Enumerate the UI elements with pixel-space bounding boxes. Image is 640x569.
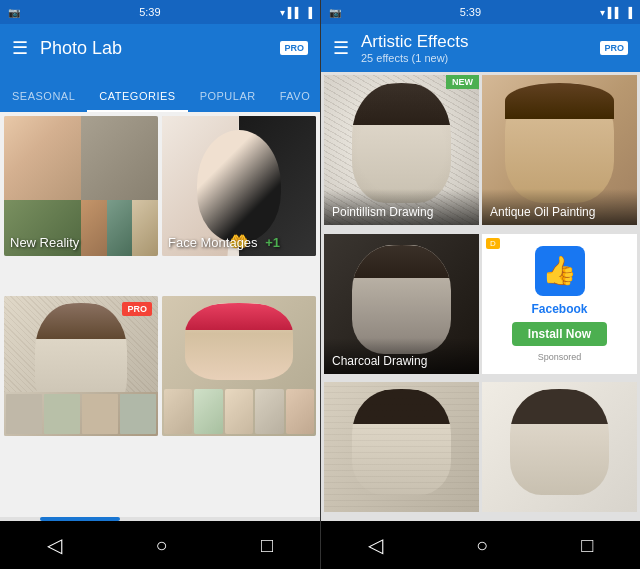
pro-badge[interactable]: PRO bbox=[280, 41, 308, 55]
antique-oil-effect[interactable]: Antique Oil Painting bbox=[482, 75, 637, 225]
right-pro-badge[interactable]: PRO bbox=[600, 41, 628, 55]
bottom-right-effect[interactable] bbox=[482, 382, 637, 512]
right-right-icons: ▾ ▌▌ ▐ bbox=[600, 7, 632, 18]
fb-name: Facebook bbox=[531, 302, 587, 316]
right-back-button[interactable]: ◁ bbox=[360, 525, 391, 565]
left-status-bar: 📷 5:39 ▾ ▌▌ ▐ bbox=[0, 0, 320, 24]
tab-popular[interactable]: POPULAR bbox=[188, 82, 268, 112]
battery-icon: ▐ bbox=[305, 7, 312, 18]
charcoal-effect[interactable]: Charcoal Drawing bbox=[324, 234, 479, 374]
tab-categories[interactable]: CATEGORIES bbox=[87, 82, 187, 112]
back-button[interactable]: ◁ bbox=[39, 525, 70, 565]
pro-badge-item: PRO bbox=[122, 302, 152, 316]
tab-favorites[interactable]: FAVO bbox=[268, 82, 323, 112]
tab-seasonal[interactable]: SEASONAL bbox=[0, 82, 87, 112]
right-app-subtitle: 25 effects (1 new) bbox=[361, 52, 588, 64]
right-phone-panel: 📷 5:39 ▾ ▌▌ ▐ ☰ Artistic Effects 25 effe… bbox=[320, 0, 640, 569]
bottom-left-effect[interactable] bbox=[324, 382, 479, 512]
fb-install-button[interactable]: Install Now bbox=[512, 322, 607, 346]
right-wifi-icon: ▾ bbox=[600, 7, 605, 18]
left-nav-bar: ◁ ○ □ bbox=[0, 521, 320, 569]
right-time: 5:39 bbox=[460, 6, 481, 18]
pointillism-effect[interactable]: NEW Pointillism Drawing bbox=[324, 75, 479, 225]
fb-thumb-icon: 👍 bbox=[535, 246, 585, 296]
right-home-button[interactable]: ○ bbox=[468, 526, 496, 565]
tabs-bar: SEASONAL CATEGORIES POPULAR FAVO bbox=[0, 72, 320, 112]
new-reality-item[interactable]: New Reality bbox=[4, 116, 158, 256]
charcoal-label: Charcoal Drawing bbox=[324, 338, 479, 374]
right-app-bar-content: Artistic Effects 25 effects (1 new) bbox=[361, 32, 588, 64]
new-badge: NEW bbox=[446, 75, 479, 89]
fb-sponsored: Sponsored bbox=[538, 352, 582, 362]
right-signal-icon: ▌▌ bbox=[608, 7, 622, 18]
wifi-icon: ▾ bbox=[280, 7, 285, 18]
right-left-icons: 📷 bbox=[329, 7, 341, 18]
left-app-bar: ☰ Photo Lab PRO bbox=[0, 24, 320, 72]
antique-oil-label: Antique Oil Painting bbox=[482, 189, 637, 225]
right-nav-bar: ◁ ○ □ bbox=[321, 521, 640, 569]
right-status-icons: ▾ ▌▌ ▐ bbox=[280, 7, 312, 18]
new-reality-label: New Reality bbox=[10, 235, 79, 250]
right-battery-icon: ▐ bbox=[625, 7, 632, 18]
camera-icon: 📷 bbox=[8, 7, 20, 18]
home-button[interactable]: ○ bbox=[147, 526, 175, 565]
effects-grid: NEW Pointillism Drawing Antique Oil Pain… bbox=[321, 72, 640, 521]
collage-faces-item[interactable] bbox=[162, 296, 316, 436]
facebook-ad[interactable]: 👍 Facebook Install Now Sponsored D bbox=[482, 234, 637, 374]
face-montages-badge: +1 bbox=[265, 235, 280, 250]
right-camera-icon: 📷 bbox=[329, 7, 341, 18]
signal-icon: ▌▌ bbox=[288, 7, 302, 18]
menu-icon[interactable]: ☰ bbox=[12, 37, 28, 59]
right-app-bar: ☰ Artistic Effects 25 effects (1 new) PR… bbox=[321, 24, 640, 72]
right-app-title: Artistic Effects bbox=[361, 32, 588, 52]
recent-button[interactable]: □ bbox=[253, 526, 281, 565]
fb-ad-badge: D bbox=[486, 238, 500, 249]
app-title: Photo Lab bbox=[40, 38, 268, 59]
right-recent-button[interactable]: □ bbox=[573, 526, 601, 565]
left-time: 5:39 bbox=[139, 6, 160, 18]
face-montages-label: Face Montages +1 bbox=[168, 235, 280, 250]
right-status-bar: 📷 5:39 ▾ ▌▌ ▐ bbox=[321, 0, 640, 24]
categories-grid: New Reality 🤲 Face Montages +1 bbox=[0, 112, 320, 517]
right-menu-icon[interactable]: ☰ bbox=[333, 37, 349, 59]
left-phone-panel: 📷 5:39 ▾ ▌▌ ▐ ☰ Photo Lab PRO SEASONAL C… bbox=[0, 0, 320, 569]
face-montages-item[interactable]: 🤲 Face Montages +1 bbox=[162, 116, 316, 256]
pro-sketch-item[interactable]: PRO bbox=[4, 296, 158, 436]
pointillism-label: Pointillism Drawing bbox=[324, 189, 479, 225]
left-status-icons: 📷 bbox=[8, 7, 20, 18]
